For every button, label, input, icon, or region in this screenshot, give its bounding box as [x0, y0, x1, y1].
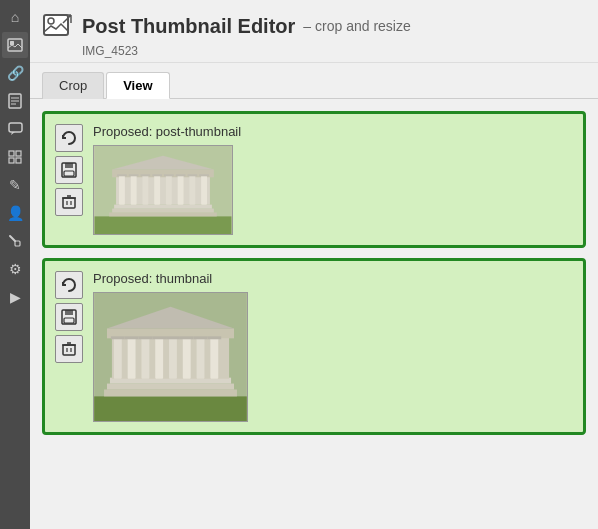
svg-rect-26	[112, 209, 214, 213]
svg-rect-34	[154, 175, 160, 204]
sidebar-item-edit[interactable]: ✎	[2, 172, 28, 198]
delete-button-thumbnail[interactable]	[55, 335, 83, 363]
svg-rect-16	[65, 163, 73, 168]
header-title-row: Post Thumbnail Editor – crop and resize	[42, 10, 586, 42]
thumbnail-image-post-thumbnail	[93, 145, 233, 235]
svg-rect-58	[107, 384, 234, 390]
save-button-thumbnail[interactable]	[55, 303, 83, 331]
card-label-post-thumbnail: Proposed: post-thumbnail	[93, 124, 573, 139]
page-title: Post Thumbnail Editor	[82, 15, 295, 38]
refresh-button-post-thumbnail[interactable]	[55, 124, 83, 152]
svg-rect-32	[131, 175, 137, 204]
svg-rect-67	[169, 338, 177, 378]
svg-rect-49	[64, 318, 74, 323]
svg-rect-65	[141, 338, 149, 378]
svg-rect-29	[112, 169, 214, 177]
svg-rect-50	[63, 345, 75, 355]
sidebar-item-link[interactable]: 🔗	[2, 60, 28, 86]
card-actions-thumbnail	[55, 271, 83, 363]
card-body-post-thumbnail: Proposed: post-thumbnail	[93, 124, 573, 235]
svg-rect-37	[189, 175, 195, 204]
svg-rect-69	[197, 338, 205, 378]
svg-rect-78	[207, 336, 221, 339]
svg-rect-46	[199, 174, 209, 176]
svg-rect-70	[210, 338, 218, 378]
svg-rect-40	[129, 174, 139, 176]
sidebar-item-comment[interactable]	[2, 116, 28, 142]
svg-rect-13	[44, 15, 68, 35]
page-subtitle: – crop and resize	[303, 18, 410, 34]
svg-rect-72	[125, 336, 139, 339]
card-label-thumbnail: Proposed: thumbnail	[93, 271, 573, 286]
svg-rect-38	[201, 175, 207, 204]
svg-rect-71	[111, 336, 125, 339]
delete-button-post-thumbnail[interactable]	[55, 188, 83, 216]
svg-rect-24	[95, 216, 232, 234]
svg-rect-25	[109, 212, 217, 216]
save-button-post-thumbnail[interactable]	[55, 156, 83, 184]
sidebar-item-home[interactable]: ⌂	[2, 4, 28, 30]
svg-rect-8	[16, 151, 21, 156]
svg-rect-64	[128, 338, 136, 378]
svg-rect-63	[114, 338, 122, 378]
svg-rect-10	[16, 158, 21, 163]
svg-rect-76	[180, 336, 194, 339]
svg-rect-44	[176, 174, 186, 176]
card-actions-post-thumbnail	[55, 124, 83, 216]
svg-rect-7	[9, 151, 14, 156]
sidebar-item-play[interactable]: ▶	[2, 284, 28, 310]
svg-line-11	[10, 236, 15, 241]
sidebar-item-document[interactable]	[2, 88, 28, 114]
sidebar-item-settings[interactable]: ⚙	[2, 256, 28, 282]
thumbnail-image-thumbnail	[93, 292, 248, 422]
svg-rect-33	[142, 175, 148, 204]
svg-rect-31	[119, 175, 125, 204]
main-content: Post Thumbnail Editor – crop and resize …	[30, 0, 598, 529]
svg-rect-45	[187, 174, 197, 176]
sidebar-item-users[interactable]: 👤	[2, 200, 28, 226]
sidebar-item-grid[interactable]	[2, 144, 28, 170]
svg-rect-9	[9, 158, 14, 163]
svg-rect-6	[9, 123, 22, 132]
sidebar-item-image[interactable]	[2, 32, 28, 58]
svg-rect-18	[63, 198, 75, 208]
svg-rect-73	[139, 336, 153, 339]
content-area: Proposed: post-thumbnail	[30, 99, 598, 529]
tab-crop[interactable]: Crop	[42, 72, 104, 99]
card-thumbnail: Proposed: thumbnail	[42, 258, 586, 435]
svg-rect-35	[166, 175, 172, 204]
filename: IMG_4523	[82, 44, 586, 58]
svg-rect-36	[178, 175, 184, 204]
tab-view[interactable]: View	[106, 72, 169, 99]
svg-rect-12	[15, 241, 20, 246]
svg-rect-42	[152, 174, 162, 176]
refresh-button-thumbnail[interactable]	[55, 271, 83, 299]
svg-rect-66	[155, 338, 163, 378]
card-body-thumbnail: Proposed: thumbnail	[93, 271, 573, 422]
header-icon	[42, 10, 74, 42]
svg-rect-28	[116, 175, 210, 204]
svg-rect-75	[166, 336, 180, 339]
svg-rect-43	[164, 174, 174, 176]
header: Post Thumbnail Editor – crop and resize …	[30, 0, 598, 63]
sidebar: ⌂ 🔗 ✎ 👤	[0, 0, 30, 529]
svg-rect-56	[94, 396, 247, 421]
svg-rect-17	[64, 171, 74, 176]
svg-rect-39	[117, 174, 127, 176]
tabs-bar: Crop View	[30, 71, 598, 99]
svg-rect-68	[183, 338, 191, 378]
svg-rect-48	[65, 310, 73, 315]
svg-rect-0	[8, 39, 22, 51]
card-post-thumbnail: Proposed: post-thumbnail	[42, 111, 586, 248]
svg-rect-27	[114, 205, 212, 209]
svg-rect-74	[152, 336, 166, 339]
svg-rect-57	[104, 389, 237, 396]
sidebar-item-tool[interactable]	[2, 228, 28, 254]
svg-rect-77	[194, 336, 208, 339]
svg-rect-41	[141, 174, 151, 176]
